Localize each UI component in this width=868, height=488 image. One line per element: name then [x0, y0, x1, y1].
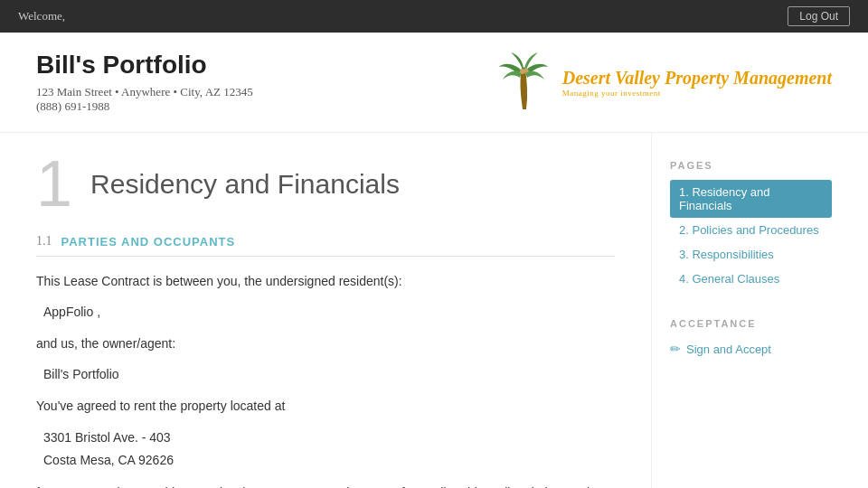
logo-name: Desert Valley Property Management — [562, 67, 832, 89]
page-1-label: Residency and Financials — [679, 185, 769, 212]
address-line1: 3301 Bristol Ave. - 403 — [43, 427, 615, 449]
sign-accept-button[interactable]: ✏ Sign and Accept — [670, 338, 771, 360]
acceptance-section-title: ACCEPTANCE — [670, 318, 832, 329]
palm-tree-icon — [497, 51, 552, 114]
address-line2: Costa Mesa, CA 92626 — [43, 449, 615, 472]
resident-name: AppFolio , — [43, 302, 615, 322]
property-address: 3301 Bristol Ave. - 403 Costa Mesa, CA 9… — [43, 427, 615, 472]
page-2-number: 2. — [679, 223, 692, 237]
logo-subtitle: Managing your investment — [562, 89, 832, 98]
sign-accept-label: Sign and Accept — [686, 343, 771, 356]
subsection-number: 1.1 — [36, 234, 52, 249]
subsection-header: 1.1 PARTIES AND OCCUPANTS — [36, 234, 615, 257]
section-number: 1 — [36, 151, 72, 216]
page-2-label: Policies and Procedures — [692, 223, 818, 237]
paragraph-end: for use as a private residence only. The… — [36, 483, 615, 488]
owner-intro: and us, the owner/agent: — [36, 333, 615, 353]
page-1-number: 1. — [679, 185, 692, 199]
header-left: Bill's Portfolio 123 Main Street • Anywh… — [36, 51, 253, 114]
page-item-2[interactable]: 2. Policies and Procedures — [670, 218, 832, 242]
svg-point-1 — [524, 69, 528, 73]
page-4-label: General Clauses — [692, 272, 779, 286]
page-4-number: 4. — [679, 272, 692, 286]
page-item-4[interactable]: 4. General Clauses — [670, 267, 832, 291]
pages-section-title: PAGES — [670, 160, 832, 171]
section-title: Residency and Financials — [90, 160, 400, 200]
logo-text-block: Desert Valley Property Management Managi… — [562, 67, 832, 98]
sidebar: PAGES 1. Residency and Financials 2. Pol… — [651, 133, 850, 488]
property-intro: You've agreed to rent the property locat… — [36, 396, 615, 416]
portfolio-title: Bill's Portfolio — [36, 51, 253, 80]
top-nav: Welcome, Log Out — [0, 0, 868, 33]
main-content: 1 Residency and Financials 1.1 PARTIES A… — [0, 133, 651, 488]
page-3-number: 3. — [679, 248, 692, 261]
page-3-label: Responsibilities — [692, 248, 773, 261]
page-item-1[interactable]: 1. Residency and Financials — [670, 180, 832, 218]
phone-number: (888) 691-1988 — [36, 99, 253, 114]
pages-list: 1. Residency and Financials 2. Policies … — [670, 180, 832, 291]
main-layout: 1 Residency and Financials 1.1 PARTIES A… — [0, 133, 868, 488]
page-item-3[interactable]: 3. Responsibilities — [670, 242, 832, 267]
header: Bill's Portfolio 123 Main Street • Anywh… — [0, 33, 868, 133]
section-title-row: 1 Residency and Financials — [36, 160, 615, 216]
paragraph-1: This Lease Contract is between you, the … — [36, 271, 615, 291]
welcome-text: Welcome, — [18, 9, 65, 23]
header-right: Desert Valley Property Management Managi… — [497, 51, 832, 114]
owner-name: Bill's Portfolio — [43, 364, 615, 384]
logout-button[interactable]: Log Out — [788, 6, 850, 26]
address-line1: 123 Main Street • Anywhere • City, AZ 12… — [36, 85, 253, 99]
subsection-title: PARTIES AND OCCUPANTS — [61, 235, 236, 249]
pencil-icon: ✏ — [670, 342, 681, 356]
